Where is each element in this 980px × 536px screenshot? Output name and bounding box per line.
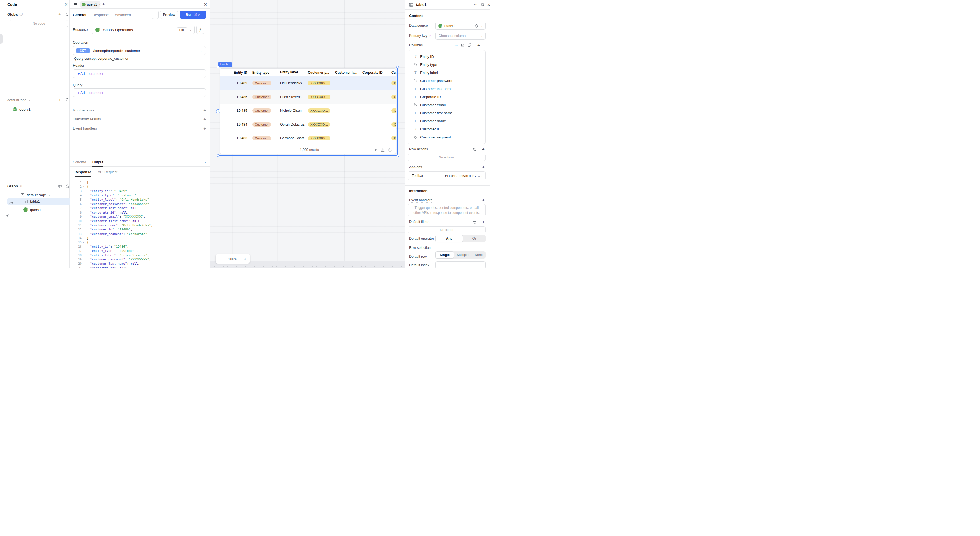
resource-edit-button[interactable]: Edit <box>177 27 187 32</box>
graph-item-query1[interactable]: {··} query1 <box>23 207 41 212</box>
query-add-parameter-link[interactable]: + Add parameter <box>78 91 103 95</box>
component-name-chip[interactable]: ⠿ table1 <box>218 62 232 67</box>
graph-item-table1[interactable]: table1 <box>24 199 40 204</box>
tab-schema[interactable]: Schema <box>73 160 86 167</box>
event-handlers-section[interactable]: Event handlers+ <box>73 126 206 130</box>
table-row[interactable]: 19,484 Customer Oprah Delacruz XXXXXXX..… <box>220 118 396 132</box>
resize-handle-bottom-left[interactable] <box>217 154 220 157</box>
new-tab-button[interactable]: + <box>102 2 105 6</box>
code-panel-close-icon[interactable]: ✕ <box>65 2 68 7</box>
add-filter-button[interactable]: + <box>482 219 485 224</box>
table1-component[interactable]: Entity ID Entity type Entity label Custo… <box>220 68 396 154</box>
resize-handle-bottom-right[interactable] <box>396 154 399 157</box>
primary-key-select[interactable]: Choose a column ⌄ <box>436 32 485 40</box>
inspector-more-icon[interactable]: ⋯ <box>474 3 477 7</box>
column-header-entity-label[interactable]: Entity label <box>277 71 306 75</box>
preview-button[interactable]: Preview <box>160 11 178 19</box>
selection-none-option[interactable]: None <box>472 253 485 257</box>
tab-api-request[interactable]: API Request <box>98 170 117 177</box>
menu-icon[interactable] <box>74 3 77 6</box>
page-sort-icon[interactable] <box>66 98 69 102</box>
tab-close-icon[interactable]: ✕ <box>99 3 101 6</box>
operator-and-option[interactable]: And <box>436 235 463 242</box>
column-item[interactable]: TCustomer first name <box>408 109 485 117</box>
run-button[interactable]: Run ⌘↵ <box>180 11 206 19</box>
response-json-viewer[interactable]: 1[ 2∨{ 3"entity_id": "19489", 4"entity_t… <box>70 180 210 268</box>
page-add-button[interactable]: + <box>59 97 61 102</box>
interaction-more-icon[interactable]: ⋯ <box>481 189 485 193</box>
column-item[interactable]: #Entity ID <box>408 52 485 60</box>
refresh-icon[interactable] <box>388 148 392 152</box>
data-source-select[interactable]: {··} query1 ⌄ <box>436 22 485 30</box>
zoom-out-icon[interactable]: − <box>219 257 222 261</box>
columns-more-icon[interactable]: ⋯ <box>454 43 458 47</box>
collapse-output-icon[interactable]: ⌄ <box>204 160 206 164</box>
expand-plus-icon[interactable]: + <box>203 108 206 113</box>
column-item[interactable]: TCustomer name <box>408 117 485 125</box>
chevron-down-icon[interactable]: ⌄ <box>481 24 483 27</box>
column-header-customer-last-name[interactable]: Customer la... <box>333 71 361 75</box>
graph-item-default-page[interactable]: defaultPage ⌄ <box>21 193 51 197</box>
inspector-close-icon[interactable]: ✕ <box>487 3 490 7</box>
column-item[interactable]: Entity type <box>408 60 485 69</box>
global-add-button[interactable]: + <box>59 12 61 16</box>
tab-advanced[interactable]: Advanced <box>115 13 131 17</box>
tab-general[interactable]: General <box>73 13 86 17</box>
expand-plus-icon[interactable]: + <box>203 117 206 121</box>
tab-response[interactable]: Response <box>92 13 109 17</box>
selection-multiple-option[interactable]: Multiple <box>454 253 472 257</box>
run-behavior-section[interactable]: Run behavior+ <box>73 108 206 113</box>
column-header-corporate-id[interactable]: Corporate ID <box>361 71 388 75</box>
transform-results-section[interactable]: Transform results+ <box>73 117 206 121</box>
column-item[interactable]: TCorporate ID <box>408 93 485 101</box>
undo-icon[interactable] <box>473 220 476 224</box>
add-column-button[interactable]: + <box>477 43 480 48</box>
sync-columns-icon[interactable] <box>468 43 471 47</box>
zoom-in-icon[interactable]: + <box>244 257 247 261</box>
insert-left-handle[interactable]: + <box>216 109 220 113</box>
column-item[interactable]: #Customer ID <box>408 125 485 133</box>
expand-plus-icon[interactable]: + <box>203 126 206 130</box>
resource-select[interactable]: {··} Supply Operations Edit ⌄ <box>92 25 195 34</box>
filter-icon[interactable] <box>374 148 377 152</box>
table-row[interactable]: 19,483 Customer Germane Short XXXXXXX...… <box>220 132 396 145</box>
resource-fx-button[interactable]: ƒ <box>196 25 204 34</box>
undo-icon[interactable] <box>473 148 476 151</box>
query-panel-close-icon[interactable]: ✕ <box>204 2 207 7</box>
chevron-down-icon[interactable]: ⌄ <box>189 29 192 32</box>
addon-toolbar-row[interactable]: Toolbar Filter, Download, … › <box>408 171 485 180</box>
expand-icon[interactable] <box>461 43 465 47</box>
content-more-icon[interactable]: ⋯ <box>481 14 485 18</box>
query-more-button[interactable]: ⋯ <box>152 11 159 19</box>
canvas[interactable]: ⠿ table1 Entity ID Entity type Entity la… <box>210 0 405 268</box>
column-header-entity-id[interactable]: Entity ID <box>220 71 247 75</box>
operator-or-option[interactable]: Or <box>463 237 485 240</box>
column-item[interactable]: TEntity label <box>408 69 485 77</box>
default-index-input[interactable]: 0 <box>436 261 485 268</box>
target-icon[interactable] <box>475 24 479 28</box>
column-item[interactable]: Customer segment <box>408 133 485 141</box>
comments-icon[interactable] <box>58 184 62 188</box>
column-item[interactable]: Customer email <box>408 101 485 109</box>
column-header-entity-type[interactable]: Entity type <box>247 71 277 75</box>
tab-output[interactable]: Output <box>92 160 103 167</box>
selection-single-option[interactable]: Single <box>436 251 454 259</box>
query-tab-query1[interactable]: {··} query1 ✕ <box>80 2 100 8</box>
column-item[interactable]: TCustomer last name <box>408 85 485 93</box>
header-add-parameter-link[interactable]: + Add parameter <box>78 72 103 76</box>
code-list-item-query1[interactable]: {··} query1 <box>13 107 30 111</box>
resize-handle-top-right[interactable] <box>396 66 399 68</box>
add-event-handler-button[interactable]: + <box>482 198 485 202</box>
download-icon[interactable] <box>381 148 385 152</box>
column-header-customer-email[interactable]: Cu <box>388 71 396 75</box>
table-row[interactable]: 19,485 Customer Nichole Olsen XXXXXXX...… <box>220 104 396 118</box>
resize-handle-top-left[interactable] <box>217 66 220 68</box>
column-item[interactable]: Customer password <box>408 77 485 85</box>
column-header-customer-password[interactable]: Customer p... <box>306 71 333 75</box>
panel-drag-handle[interactable] <box>0 34 3 44</box>
lock-icon[interactable] <box>66 184 69 188</box>
tab-response-output[interactable]: Response <box>75 170 91 177</box>
page-section-header[interactable]: defaultPage ⌄ <box>7 98 30 102</box>
add-row-action-button[interactable]: + <box>482 147 485 151</box>
operation-select[interactable]: GET /concept/corporate_customer ⌄ <box>73 46 206 55</box>
